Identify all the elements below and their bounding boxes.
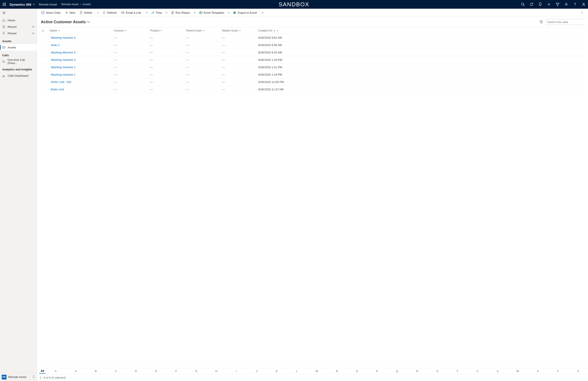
- record-link[interactable]: Hvac 2: [50, 43, 60, 47]
- breadcrumb-item[interactable]: Assets: [83, 3, 91, 6]
- run-report-button[interactable]: Run Report: [169, 9, 192, 17]
- view-selector[interactable]: Active Customer Assets: [41, 20, 90, 24]
- email-link-dropdown[interactable]: [145, 9, 149, 17]
- alpha-filter-o[interactable]: O: [347, 369, 367, 373]
- svg-rect-10: [4, 5, 5, 6]
- alpha-filter-b[interactable]: B: [86, 369, 106, 373]
- alpha-filter-p[interactable]: P: [367, 369, 387, 373]
- alpha-filter-n[interactable]: N: [327, 369, 347, 373]
- excel-templates-button[interactable]: Excel Templates: [197, 9, 226, 17]
- cell-account: ---: [112, 58, 148, 62]
- cell-product: ---: [148, 58, 184, 62]
- lightbulb-icon[interactable]: [536, 0, 545, 9]
- record-link[interactable]: Washing machine 1: [50, 73, 76, 76]
- hamburger-button[interactable]: [0, 9, 37, 17]
- record-link[interactable]: Washing machine 2: [50, 65, 76, 69]
- delete-dropdown[interactable]: [96, 9, 100, 17]
- alpha-filter-s[interactable]: S: [427, 369, 447, 373]
- column-header-name[interactable]: Name: [48, 29, 112, 32]
- email-link-button[interactable]: Email a Link: [119, 9, 143, 17]
- new-button[interactable]: New: [63, 9, 77, 17]
- table-row[interactable]: Washing machine 2------------9/28/2020 1…: [38, 64, 587, 71]
- alpha-filter-f[interactable]: F: [166, 369, 186, 373]
- table-row[interactable]: Washing Machine 5------------9/29/2020 8…: [38, 49, 587, 56]
- column-header-account[interactable]: Account: [112, 29, 148, 32]
- breadcrumb-item[interactable]: Remote Assist: [61, 3, 79, 6]
- select-all-checkbox[interactable]: [38, 29, 48, 32]
- table-row[interactable]: Washing machine 3------------9/28/2020 1…: [38, 56, 587, 64]
- table-row[interactable]: Hvac 2------------9/29/2020 9:45 AM: [38, 42, 587, 49]
- sidebar-item-onetime-call[interactable]: One-time Call (Previ...: [0, 58, 37, 65]
- svg-rect-3: [3, 3, 3, 3]
- gear-icon[interactable]: [562, 0, 571, 9]
- add-icon[interactable]: [545, 0, 553, 9]
- alpha-filter-l[interactable]: L: [287, 369, 307, 373]
- table-row[interactable]: HVAC Unit - 001------------9/28/2020 12:…: [38, 78, 587, 86]
- account-icon[interactable]: [579, 0, 588, 9]
- filter-icon[interactable]: [553, 0, 562, 9]
- record-link[interactable]: Boiler Unit: [50, 88, 64, 91]
- alpha-filter-h[interactable]: H: [206, 369, 226, 373]
- cell-created-on: 9/29/2020 9:45 AM: [256, 43, 587, 47]
- help-icon[interactable]: [571, 0, 579, 9]
- sidebar-item-pinned[interactable]: Pinned: [0, 30, 37, 37]
- sidebar-item-home[interactable]: Home: [0, 17, 37, 23]
- alpha-filter-a[interactable]: A: [66, 369, 85, 373]
- alpha-filter-d[interactable]: D: [126, 369, 146, 373]
- alpha-filter-u[interactable]: U: [467, 369, 487, 373]
- more-commands-button[interactable]: [578, 9, 586, 17]
- alpha-filter-all[interactable]: All: [39, 369, 46, 374]
- alpha-filter-e[interactable]: E: [146, 369, 166, 373]
- alpha-filter-y[interactable]: Y: [548, 369, 568, 373]
- alpha-filter-k[interactable]: K: [267, 369, 287, 373]
- filter-panel-button[interactable]: [538, 19, 544, 25]
- assistant-icon[interactable]: [527, 0, 536, 9]
- record-link[interactable]: Washing Machine 5: [50, 51, 76, 54]
- export-excel-dropdown[interactable]: [260, 9, 265, 17]
- alpha-filter-g[interactable]: G: [186, 369, 206, 373]
- search-input[interactable]: [547, 21, 584, 24]
- search-view-box[interactable]: [546, 19, 584, 25]
- table-row[interactable]: Washing machine 1------------9/28/2020 1…: [38, 71, 587, 78]
- column-header-master-asset[interactable]: Master Asset: [220, 29, 256, 32]
- refresh-button[interactable]: Refresh: [100, 9, 119, 17]
- export-excel-button[interactable]: X Export to Excel: [231, 9, 259, 17]
- show-chart-button[interactable]: Show Chart: [39, 9, 63, 17]
- sidebar-item-recent[interactable]: Recent: [0, 23, 37, 30]
- area-switcher[interactable]: RA Remote Assist: [0, 373, 37, 381]
- alpha-filter-r[interactable]: R: [407, 369, 427, 373]
- table-row[interactable]: Boiler Unit------------9/28/2020 11:47 A…: [38, 86, 587, 93]
- app-launcher-button[interactable]: [0, 0, 9, 9]
- column-header-product[interactable]: Product: [148, 29, 184, 32]
- app-name-dropdown[interactable]: Dynamics 365: [9, 3, 36, 6]
- table-row[interactable]: Washing machine 4------------9/29/2020 9…: [38, 34, 587, 42]
- alpha-filter-i[interactable]: I: [226, 369, 246, 373]
- alpha-filter-m[interactable]: M: [307, 369, 327, 373]
- alpha-filter-c[interactable]: C: [106, 369, 126, 373]
- cell-created-on: 9/28/2020 1:34 PM: [256, 58, 587, 62]
- run-report-dropdown[interactable]: [192, 9, 197, 17]
- record-link[interactable]: HVAC Unit - 001: [50, 80, 71, 84]
- record-link[interactable]: Washing machine 3: [50, 58, 76, 62]
- alpha-filter-w[interactable]: W: [508, 369, 528, 373]
- alpha-filter-#[interactable]: #: [46, 369, 66, 373]
- column-header-created-on[interactable]: Created On: [256, 29, 587, 32]
- alpha-filter-j[interactable]: J: [247, 369, 267, 373]
- delete-button[interactable]: Delete: [77, 9, 94, 17]
- sidebar-item-calls-dashboard[interactable]: Calls Dashboard: [0, 72, 37, 79]
- column-header-parent-asset[interactable]: Parent Asset: [184, 29, 220, 32]
- sidebar-item-assets[interactable]: Assets: [0, 44, 37, 51]
- excel-templates-dropdown[interactable]: [226, 9, 231, 17]
- alpha-filter-q[interactable]: Q: [387, 369, 407, 373]
- record-count: 1 - 8 of 8 (0 selected): [40, 376, 66, 379]
- flow-button[interactable]: Flow: [149, 9, 164, 17]
- search-icon[interactable]: [519, 0, 527, 9]
- alpha-filter-t[interactable]: T: [447, 369, 467, 373]
- alpha-filter-z[interactable]: Z: [568, 369, 588, 373]
- alpha-filter-v[interactable]: V: [488, 369, 508, 373]
- alpha-filter-x[interactable]: X: [528, 369, 548, 373]
- flow-dropdown[interactable]: [164, 9, 169, 17]
- sidebar-item-label: One-time Call (Previ...: [8, 58, 35, 65]
- module-label[interactable]: Remote Assist: [36, 3, 60, 6]
- record-link[interactable]: Washing machine 4: [50, 36, 76, 39]
